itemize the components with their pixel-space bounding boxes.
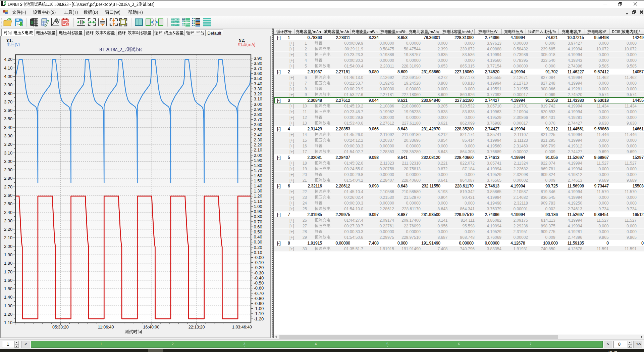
svg-text:X: X [31,20,34,25]
